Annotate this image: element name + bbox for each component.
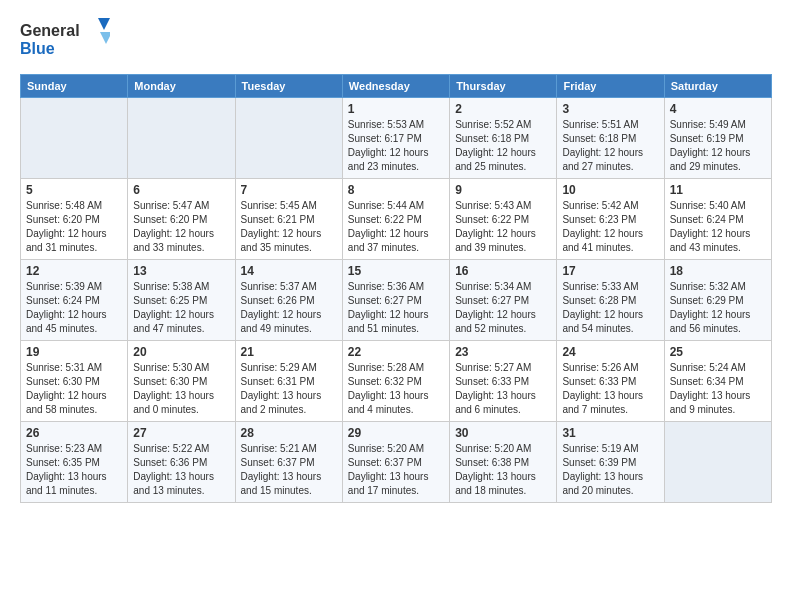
calendar-cell: 16Sunrise: 5:34 AM Sunset: 6:27 PM Dayli… (450, 260, 557, 341)
calendar-cell: 28Sunrise: 5:21 AM Sunset: 6:37 PM Dayli… (235, 422, 342, 503)
weekday-header-friday: Friday (557, 75, 664, 98)
svg-marker-2 (98, 18, 110, 30)
calendar-cell: 26Sunrise: 5:23 AM Sunset: 6:35 PM Dayli… (21, 422, 128, 503)
calendar-cell (21, 98, 128, 179)
calendar-cell: 11Sunrise: 5:40 AM Sunset: 6:24 PM Dayli… (664, 179, 771, 260)
day-number: 30 (455, 426, 551, 440)
weekday-header-saturday: Saturday (664, 75, 771, 98)
calendar-cell: 31Sunrise: 5:19 AM Sunset: 6:39 PM Dayli… (557, 422, 664, 503)
calendar-cell: 3Sunrise: 5:51 AM Sunset: 6:18 PM Daylig… (557, 98, 664, 179)
day-number: 29 (348, 426, 444, 440)
weekday-header-thursday: Thursday (450, 75, 557, 98)
day-info: Sunrise: 5:19 AM Sunset: 6:39 PM Dayligh… (562, 442, 658, 498)
weekday-header-wednesday: Wednesday (342, 75, 449, 98)
calendar-cell: 14Sunrise: 5:37 AM Sunset: 6:26 PM Dayli… (235, 260, 342, 341)
day-number: 12 (26, 264, 122, 278)
calendar-cell: 5Sunrise: 5:48 AM Sunset: 6:20 PM Daylig… (21, 179, 128, 260)
day-info: Sunrise: 5:32 AM Sunset: 6:29 PM Dayligh… (670, 280, 766, 336)
calendar-cell (664, 422, 771, 503)
weekday-header-tuesday: Tuesday (235, 75, 342, 98)
day-number: 27 (133, 426, 229, 440)
day-number: 3 (562, 102, 658, 116)
calendar-cell: 10Sunrise: 5:42 AM Sunset: 6:23 PM Dayli… (557, 179, 664, 260)
day-info: Sunrise: 5:27 AM Sunset: 6:33 PM Dayligh… (455, 361, 551, 417)
day-number: 9 (455, 183, 551, 197)
day-info: Sunrise: 5:53 AM Sunset: 6:17 PM Dayligh… (348, 118, 444, 174)
calendar-cell: 6Sunrise: 5:47 AM Sunset: 6:20 PM Daylig… (128, 179, 235, 260)
day-info: Sunrise: 5:28 AM Sunset: 6:32 PM Dayligh… (348, 361, 444, 417)
day-number: 22 (348, 345, 444, 359)
day-number: 1 (348, 102, 444, 116)
day-info: Sunrise: 5:47 AM Sunset: 6:20 PM Dayligh… (133, 199, 229, 255)
day-number: 18 (670, 264, 766, 278)
calendar-cell: 18Sunrise: 5:32 AM Sunset: 6:29 PM Dayli… (664, 260, 771, 341)
day-number: 4 (670, 102, 766, 116)
calendar-cell: 4Sunrise: 5:49 AM Sunset: 6:19 PM Daylig… (664, 98, 771, 179)
calendar-cell: 17Sunrise: 5:33 AM Sunset: 6:28 PM Dayli… (557, 260, 664, 341)
svg-marker-3 (100, 32, 110, 44)
day-info: Sunrise: 5:37 AM Sunset: 6:26 PM Dayligh… (241, 280, 337, 336)
day-number: 6 (133, 183, 229, 197)
day-info: Sunrise: 5:44 AM Sunset: 6:22 PM Dayligh… (348, 199, 444, 255)
day-info: Sunrise: 5:24 AM Sunset: 6:34 PM Dayligh… (670, 361, 766, 417)
day-number: 21 (241, 345, 337, 359)
day-info: Sunrise: 5:42 AM Sunset: 6:23 PM Dayligh… (562, 199, 658, 255)
day-info: Sunrise: 5:43 AM Sunset: 6:22 PM Dayligh… (455, 199, 551, 255)
calendar-cell: 20Sunrise: 5:30 AM Sunset: 6:30 PM Dayli… (128, 341, 235, 422)
calendar-cell: 22Sunrise: 5:28 AM Sunset: 6:32 PM Dayli… (342, 341, 449, 422)
calendar-cell: 9Sunrise: 5:43 AM Sunset: 6:22 PM Daylig… (450, 179, 557, 260)
day-info: Sunrise: 5:48 AM Sunset: 6:20 PM Dayligh… (26, 199, 122, 255)
day-info: Sunrise: 5:40 AM Sunset: 6:24 PM Dayligh… (670, 199, 766, 255)
day-info: Sunrise: 5:21 AM Sunset: 6:37 PM Dayligh… (241, 442, 337, 498)
calendar-table: SundayMondayTuesdayWednesdayThursdayFrid… (20, 74, 772, 503)
svg-text:General: General (20, 22, 80, 39)
day-info: Sunrise: 5:33 AM Sunset: 6:28 PM Dayligh… (562, 280, 658, 336)
calendar-cell: 12Sunrise: 5:39 AM Sunset: 6:24 PM Dayli… (21, 260, 128, 341)
day-info: Sunrise: 5:22 AM Sunset: 6:36 PM Dayligh… (133, 442, 229, 498)
day-number: 25 (670, 345, 766, 359)
day-number: 17 (562, 264, 658, 278)
day-number: 7 (241, 183, 337, 197)
day-info: Sunrise: 5:34 AM Sunset: 6:27 PM Dayligh… (455, 280, 551, 336)
calendar-cell: 23Sunrise: 5:27 AM Sunset: 6:33 PM Dayli… (450, 341, 557, 422)
day-number: 11 (670, 183, 766, 197)
calendar-week-row: 19Sunrise: 5:31 AM Sunset: 6:30 PM Dayli… (21, 341, 772, 422)
day-number: 2 (455, 102, 551, 116)
weekday-header-sunday: Sunday (21, 75, 128, 98)
day-number: 10 (562, 183, 658, 197)
calendar-week-row: 1Sunrise: 5:53 AM Sunset: 6:17 PM Daylig… (21, 98, 772, 179)
day-info: Sunrise: 5:49 AM Sunset: 6:19 PM Dayligh… (670, 118, 766, 174)
day-info: Sunrise: 5:23 AM Sunset: 6:35 PM Dayligh… (26, 442, 122, 498)
day-number: 13 (133, 264, 229, 278)
calendar-cell: 13Sunrise: 5:38 AM Sunset: 6:25 PM Dayli… (128, 260, 235, 341)
day-number: 8 (348, 183, 444, 197)
day-info: Sunrise: 5:31 AM Sunset: 6:30 PM Dayligh… (26, 361, 122, 417)
day-number: 5 (26, 183, 122, 197)
weekday-header-monday: Monday (128, 75, 235, 98)
day-info: Sunrise: 5:38 AM Sunset: 6:25 PM Dayligh… (133, 280, 229, 336)
calendar-cell: 2Sunrise: 5:52 AM Sunset: 6:18 PM Daylig… (450, 98, 557, 179)
day-info: Sunrise: 5:51 AM Sunset: 6:18 PM Dayligh… (562, 118, 658, 174)
logo-area: General Blue (20, 16, 110, 64)
calendar-cell: 8Sunrise: 5:44 AM Sunset: 6:22 PM Daylig… (342, 179, 449, 260)
logo: General Blue (20, 16, 110, 64)
day-info: Sunrise: 5:26 AM Sunset: 6:33 PM Dayligh… (562, 361, 658, 417)
day-number: 26 (26, 426, 122, 440)
day-info: Sunrise: 5:36 AM Sunset: 6:27 PM Dayligh… (348, 280, 444, 336)
calendar-week-row: 5Sunrise: 5:48 AM Sunset: 6:20 PM Daylig… (21, 179, 772, 260)
day-number: 31 (562, 426, 658, 440)
calendar-cell: 24Sunrise: 5:26 AM Sunset: 6:33 PM Dayli… (557, 341, 664, 422)
calendar-cell: 25Sunrise: 5:24 AM Sunset: 6:34 PM Dayli… (664, 341, 771, 422)
calendar-cell (235, 98, 342, 179)
calendar-cell: 30Sunrise: 5:20 AM Sunset: 6:38 PM Dayli… (450, 422, 557, 503)
day-number: 20 (133, 345, 229, 359)
calendar-cell: 7Sunrise: 5:45 AM Sunset: 6:21 PM Daylig… (235, 179, 342, 260)
day-info: Sunrise: 5:52 AM Sunset: 6:18 PM Dayligh… (455, 118, 551, 174)
weekday-header-row: SundayMondayTuesdayWednesdayThursdayFrid… (21, 75, 772, 98)
calendar-cell: 19Sunrise: 5:31 AM Sunset: 6:30 PM Dayli… (21, 341, 128, 422)
day-number: 19 (26, 345, 122, 359)
day-info: Sunrise: 5:20 AM Sunset: 6:37 PM Dayligh… (348, 442, 444, 498)
day-info: Sunrise: 5:39 AM Sunset: 6:24 PM Dayligh… (26, 280, 122, 336)
day-number: 23 (455, 345, 551, 359)
day-info: Sunrise: 5:20 AM Sunset: 6:38 PM Dayligh… (455, 442, 551, 498)
